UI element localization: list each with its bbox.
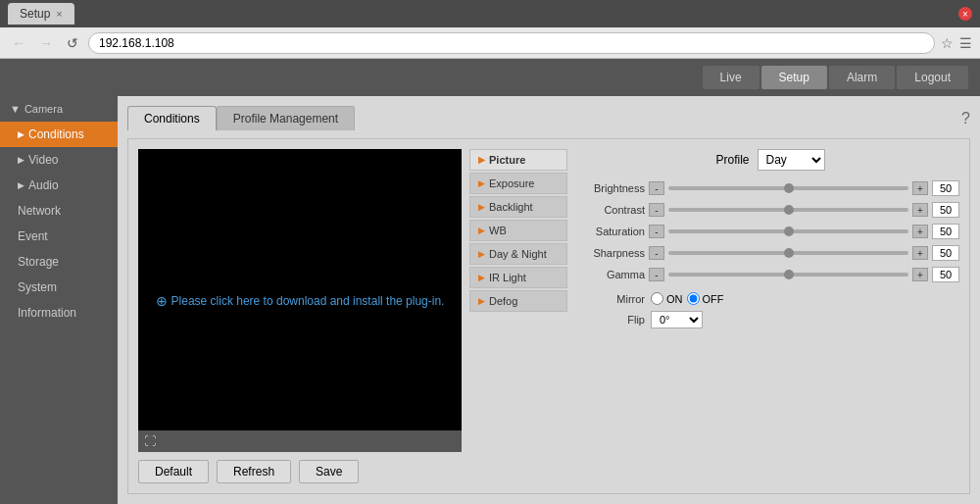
brightness-minus[interactable]: -	[649, 181, 664, 195]
mirror-radio-group: ON OFF	[651, 292, 724, 305]
defog-arrow-icon: ▶	[478, 296, 485, 306]
mirror-row: Mirror ON OFF	[581, 292, 959, 305]
gamma-thumb[interactable]	[784, 270, 794, 279]
back-button[interactable]: ←	[8, 33, 29, 53]
default-button[interactable]: Default	[138, 460, 209, 483]
menu-item-day-night[interactable]: ▶ Day & Night	[469, 243, 567, 265]
profile-select[interactable]: Day Night Normal	[758, 149, 825, 171]
brightness-thumb[interactable]	[784, 183, 794, 193]
setup-button[interactable]: Setup	[761, 66, 827, 89]
gamma-minus[interactable]: -	[649, 268, 664, 281]
contrast-thumb[interactable]	[784, 205, 794, 215]
tab-profile-label: Profile Management	[233, 112, 338, 126]
contrast-label: Contrast	[581, 204, 645, 216]
camera-label: Camera	[24, 103, 63, 115]
contrast-value: 50	[932, 202, 959, 218]
picture-arrow-icon: ▶	[478, 155, 485, 165]
sharpness-thumb[interactable]	[784, 248, 794, 258]
system-label: System	[18, 280, 57, 294]
tab-content: ⊕ Please click here to download and inst…	[127, 138, 970, 494]
tab-conditions-label: Conditions	[144, 112, 200, 126]
sidebar-item-information[interactable]: Information	[0, 300, 118, 326]
menu-item-wb[interactable]: ▶ WB	[469, 220, 567, 241]
top-nav: Live Setup Alarm Logout	[0, 59, 980, 96]
irlight-label: IR Light	[489, 272, 526, 283]
browser-tab[interactable]: Setup ×	[8, 3, 74, 25]
event-label: Event	[18, 229, 48, 243]
camera-arrow-icon: ▼	[10, 103, 21, 115]
refresh-button-action[interactable]: Refresh	[217, 460, 291, 483]
storage-label: Storage	[18, 255, 59, 269]
gamma-value: 50	[932, 267, 959, 282]
contrast-minus[interactable]: -	[649, 203, 664, 217]
alarm-button[interactable]: Alarm	[829, 66, 895, 89]
mirror-on-radio[interactable]	[651, 292, 663, 305]
contrast-track[interactable]	[668, 208, 908, 212]
refresh-button[interactable]: ↺	[63, 33, 82, 53]
sharpness-minus[interactable]: -	[649, 246, 664, 260]
sharpness-value: 50	[932, 245, 959, 261]
tab-profile-management[interactable]: Profile Management	[217, 106, 355, 130]
mirror-on-option[interactable]: ON	[651, 292, 683, 305]
menu-item-backlight[interactable]: ▶ Backlight	[469, 196, 567, 218]
sharpness-plus[interactable]: +	[912, 246, 928, 260]
browser-toolbar: ← → ↺ 192.168.1.108 ☆ ☰	[0, 27, 980, 59]
sidebar-item-video[interactable]: ▶ Video	[0, 147, 118, 173]
saturation-track[interactable]	[668, 229, 908, 233]
brightness-plus[interactable]: +	[912, 181, 928, 195]
video-panel: ⊕ Please click here to download and inst…	[138, 149, 462, 483]
button-row: Default Refresh Save	[138, 460, 462, 483]
saturation-minus[interactable]: -	[649, 225, 664, 238]
address-bar[interactable]: 192.168.1.108	[88, 32, 935, 54]
settings-right: Profile Day Night Normal Brightness	[573, 149, 959, 483]
tab-close-icon[interactable]: ×	[56, 8, 62, 20]
contrast-plus[interactable]: +	[912, 203, 928, 217]
mirror-off-radio[interactable]	[687, 292, 700, 305]
address-text: 192.168.1.108	[99, 36, 174, 50]
sidebar-item-storage[interactable]: Storage	[0, 249, 118, 275]
flip-row: Flip 0° 90° 180° 270°	[581, 311, 959, 328]
fullscreen-button[interactable]: ⛶	[142, 432, 158, 450]
window-close-button[interactable]: ×	[958, 7, 972, 21]
menu-item-ir-light[interactable]: ▶ IR Light	[469, 267, 567, 288]
profile-label: Profile	[715, 153, 749, 167]
save-button[interactable]: Save	[299, 460, 359, 483]
menu-item-picture[interactable]: ▶ Picture	[469, 149, 567, 171]
sidebar-item-audio[interactable]: ▶ Audio	[0, 173, 118, 198]
tab-conditions[interactable]: Conditions	[127, 106, 217, 130]
saturation-plus[interactable]: +	[912, 225, 928, 238]
settings-menu: ▶ Picture ▶ Exposure ▶ Backlight	[469, 149, 567, 483]
sidebar-item-event[interactable]: Event	[0, 224, 118, 249]
live-button[interactable]: Live	[703, 66, 760, 89]
forward-button[interactable]: →	[35, 33, 57, 53]
tabs-row: Conditions Profile Management ?	[127, 106, 970, 130]
flip-select[interactable]: 0° 90° 180° 270°	[651, 311, 703, 328]
saturation-thumb[interactable]	[784, 227, 794, 236]
irlight-arrow-icon: ▶	[478, 273, 485, 282]
menu-icon[interactable]: ☰	[959, 35, 972, 51]
menu-item-exposure[interactable]: ▶ Exposure	[469, 173, 567, 194]
sidebar-item-network[interactable]: Network	[0, 198, 118, 224]
help-button[interactable]: ?	[961, 110, 970, 127]
video-label: Video	[28, 153, 58, 167]
gamma-plus[interactable]: +	[912, 268, 928, 281]
sidebar-item-system[interactable]: System	[0, 275, 118, 300]
sidebar-camera-header[interactable]: ▼ Camera	[0, 96, 118, 122]
sharpness-track[interactable]	[668, 251, 908, 255]
sidebar-item-conditions[interactable]: ▶ Conditions	[0, 122, 118, 147]
plugin-message[interactable]: ⊕ Please click here to download and inst…	[156, 293, 445, 309]
bookmark-icon[interactable]: ☆	[941, 35, 954, 51]
exposure-arrow-icon: ▶	[478, 178, 485, 188]
sharpness-label: Sharpness	[581, 247, 645, 259]
menu-item-defog[interactable]: ▶ Defog	[469, 290, 567, 312]
brightness-track[interactable]	[668, 186, 908, 190]
main-panel: Conditions Profile Management ? ⊕	[118, 96, 980, 504]
tab-title: Setup	[20, 7, 50, 21]
app-container: Live Setup Alarm Logout ▼ Camera ▶ Condi…	[0, 59, 980, 504]
gamma-track[interactable]	[668, 273, 908, 277]
backlight-label: Backlight	[489, 201, 533, 213]
video-arrow-icon: ▶	[18, 155, 24, 165]
flip-label: Flip	[581, 314, 645, 326]
mirror-off-option[interactable]: OFF	[687, 292, 724, 305]
logout-button[interactable]: Logout	[897, 66, 968, 89]
